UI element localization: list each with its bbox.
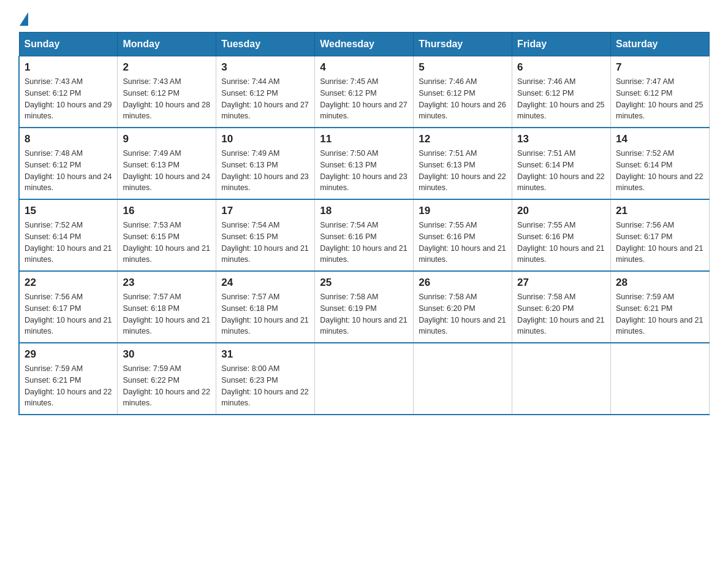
day-number: 21 [616, 205, 704, 217]
day-number: 29 [25, 348, 112, 361]
day-info: Sunrise: 7:52 AMSunset: 6:14 PMDaylight:… [25, 221, 112, 264]
day-number: 16 [123, 205, 211, 217]
day-info: Sunrise: 7:56 AMSunset: 6:17 PMDaylight:… [25, 293, 112, 335]
weekday-header-tuesday: Tuesday [216, 33, 315, 56]
calendar-cell: 1 Sunrise: 7:43 AMSunset: 6:12 PMDayligh… [19, 56, 118, 128]
day-number: 12 [419, 133, 507, 145]
calendar-cell: 22 Sunrise: 7:56 AMSunset: 6:17 PMDaylig… [19, 271, 118, 343]
calendar-cell: 24 Sunrise: 7:57 AMSunset: 6:18 PMDaylig… [216, 271, 315, 343]
weekday-header-thursday: Thursday [414, 33, 512, 56]
day-info: Sunrise: 7:43 AMSunset: 6:12 PMDaylight:… [25, 77, 112, 120]
day-info: Sunrise: 7:49 AMSunset: 6:13 PMDaylight:… [221, 149, 308, 192]
day-number: 18 [320, 205, 408, 217]
calendar-cell: 14 Sunrise: 7:52 AMSunset: 6:14 PMDaylig… [611, 128, 710, 199]
day-info: Sunrise: 7:46 AMSunset: 6:12 PMDaylight:… [517, 77, 604, 120]
day-number: 27 [517, 277, 605, 289]
logo [18, 12, 29, 26]
calendar-body: 1 Sunrise: 7:43 AMSunset: 6:12 PMDayligh… [19, 56, 710, 415]
day-number: 26 [419, 277, 507, 289]
day-number: 17 [221, 205, 309, 217]
calendar-cell: 6 Sunrise: 7:46 AMSunset: 6:12 PMDayligh… [512, 56, 611, 128]
day-number: 19 [419, 205, 507, 217]
day-number: 22 [25, 277, 112, 289]
day-number: 2 [123, 61, 211, 74]
calendar-week-5: 29 Sunrise: 7:59 AMSunset: 6:21 PMDaylig… [19, 343, 710, 415]
calendar-cell: 21 Sunrise: 7:56 AMSunset: 6:17 PMDaylig… [611, 199, 710, 271]
day-number: 7 [616, 61, 704, 74]
weekday-header-friday: Friday [512, 33, 611, 56]
calendar-cell: 26 Sunrise: 7:58 AMSunset: 6:20 PMDaylig… [414, 271, 512, 343]
day-info: Sunrise: 7:44 AMSunset: 6:12 PMDaylight:… [221, 77, 308, 120]
day-info: Sunrise: 7:54 AMSunset: 6:15 PMDaylight:… [221, 221, 308, 264]
day-number: 8 [25, 133, 112, 145]
calendar-header-row: SundayMondayTuesdayWednesdayThursdayFrid… [19, 33, 710, 56]
day-number: 9 [123, 133, 211, 145]
day-info: Sunrise: 7:56 AMSunset: 6:17 PMDaylight:… [616, 221, 703, 264]
day-number: 24 [221, 277, 309, 289]
day-info: Sunrise: 7:59 AMSunset: 6:21 PMDaylight:… [25, 364, 112, 407]
calendar-cell: 12 Sunrise: 7:51 AMSunset: 6:13 PMDaylig… [414, 128, 512, 199]
calendar-cell: 4 Sunrise: 7:45 AMSunset: 6:12 PMDayligh… [315, 56, 414, 128]
calendar-cell: 28 Sunrise: 7:59 AMSunset: 6:21 PMDaylig… [611, 271, 710, 343]
weekday-header-saturday: Saturday [611, 33, 710, 56]
day-info: Sunrise: 7:59 AMSunset: 6:22 PMDaylight:… [123, 364, 210, 407]
calendar-week-4: 22 Sunrise: 7:56 AMSunset: 6:17 PMDaylig… [19, 271, 710, 343]
day-info: Sunrise: 7:57 AMSunset: 6:18 PMDaylight:… [123, 293, 210, 335]
day-info: Sunrise: 7:53 AMSunset: 6:15 PMDaylight:… [123, 221, 210, 264]
calendar-cell: 2 Sunrise: 7:43 AMSunset: 6:12 PMDayligh… [118, 56, 216, 128]
calendar-cell: 19 Sunrise: 7:55 AMSunset: 6:16 PMDaylig… [414, 199, 512, 271]
calendar-cell [512, 343, 611, 415]
day-number: 31 [221, 348, 309, 361]
day-info: Sunrise: 7:43 AMSunset: 6:12 PMDaylight:… [123, 77, 210, 120]
day-number: 23 [123, 277, 211, 289]
day-info: Sunrise: 7:49 AMSunset: 6:13 PMDaylight:… [123, 149, 210, 192]
calendar-week-3: 15 Sunrise: 7:52 AMSunset: 6:14 PMDaylig… [19, 199, 710, 271]
calendar-cell: 18 Sunrise: 7:54 AMSunset: 6:16 PMDaylig… [315, 199, 414, 271]
day-info: Sunrise: 7:52 AMSunset: 6:14 PMDaylight:… [616, 149, 703, 192]
day-number: 30 [123, 348, 211, 361]
day-number: 3 [221, 61, 309, 74]
day-info: Sunrise: 7:47 AMSunset: 6:12 PMDaylight:… [616, 77, 703, 120]
day-info: Sunrise: 7:55 AMSunset: 6:16 PMDaylight:… [517, 221, 604, 264]
calendar-cell: 9 Sunrise: 7:49 AMSunset: 6:13 PMDayligh… [118, 128, 216, 199]
day-info: Sunrise: 7:51 AMSunset: 6:14 PMDaylight:… [517, 149, 604, 192]
calendar-cell: 27 Sunrise: 7:58 AMSunset: 6:20 PMDaylig… [512, 271, 611, 343]
day-number: 11 [320, 133, 408, 145]
calendar-cell: 8 Sunrise: 7:48 AMSunset: 6:12 PMDayligh… [19, 128, 118, 199]
header [18, 12, 710, 26]
calendar-cell: 3 Sunrise: 7:44 AMSunset: 6:12 PMDayligh… [216, 56, 315, 128]
calendar-cell: 23 Sunrise: 7:57 AMSunset: 6:18 PMDaylig… [118, 271, 216, 343]
day-info: Sunrise: 7:54 AMSunset: 6:16 PMDaylight:… [320, 221, 407, 264]
day-info: Sunrise: 7:50 AMSunset: 6:13 PMDaylight:… [320, 149, 407, 192]
day-number: 25 [320, 277, 408, 289]
calendar-cell: 31 Sunrise: 8:00 AMSunset: 6:23 PMDaylig… [216, 343, 315, 415]
day-number: 10 [221, 133, 309, 145]
day-number: 28 [616, 277, 704, 289]
day-number: 14 [616, 133, 704, 145]
day-info: Sunrise: 7:55 AMSunset: 6:16 PMDaylight:… [419, 221, 506, 264]
calendar-cell: 17 Sunrise: 7:54 AMSunset: 6:15 PMDaylig… [216, 199, 315, 271]
logo-triangle-icon [20, 12, 28, 26]
calendar-cell: 20 Sunrise: 7:55 AMSunset: 6:16 PMDaylig… [512, 199, 611, 271]
day-info: Sunrise: 7:58 AMSunset: 6:20 PMDaylight:… [419, 293, 506, 335]
calendar-week-1: 1 Sunrise: 7:43 AMSunset: 6:12 PMDayligh… [19, 56, 710, 128]
day-number: 13 [517, 133, 605, 145]
calendar-cell: 7 Sunrise: 7:47 AMSunset: 6:12 PMDayligh… [611, 56, 710, 128]
calendar-cell: 13 Sunrise: 7:51 AMSunset: 6:14 PMDaylig… [512, 128, 611, 199]
day-number: 4 [320, 61, 408, 74]
day-info: Sunrise: 7:58 AMSunset: 6:19 PMDaylight:… [320, 293, 407, 335]
calendar-cell: 11 Sunrise: 7:50 AMSunset: 6:13 PMDaylig… [315, 128, 414, 199]
day-number: 6 [517, 61, 605, 74]
calendar-week-2: 8 Sunrise: 7:48 AMSunset: 6:12 PMDayligh… [19, 128, 710, 199]
day-number: 15 [25, 205, 112, 217]
calendar: SundayMondayTuesdayWednesdayThursdayFrid… [18, 32, 710, 415]
day-number: 20 [517, 205, 605, 217]
calendar-cell [315, 343, 414, 415]
weekday-header-sunday: Sunday [19, 33, 118, 56]
calendar-cell: 29 Sunrise: 7:59 AMSunset: 6:21 PMDaylig… [19, 343, 118, 415]
day-info: Sunrise: 7:57 AMSunset: 6:18 PMDaylight:… [221, 293, 308, 335]
calendar-cell: 16 Sunrise: 7:53 AMSunset: 6:15 PMDaylig… [118, 199, 216, 271]
calendar-cell: 15 Sunrise: 7:52 AMSunset: 6:14 PMDaylig… [19, 199, 118, 271]
day-info: Sunrise: 7:58 AMSunset: 6:20 PMDaylight:… [517, 293, 604, 335]
day-info: Sunrise: 7:59 AMSunset: 6:21 PMDaylight:… [616, 293, 703, 335]
